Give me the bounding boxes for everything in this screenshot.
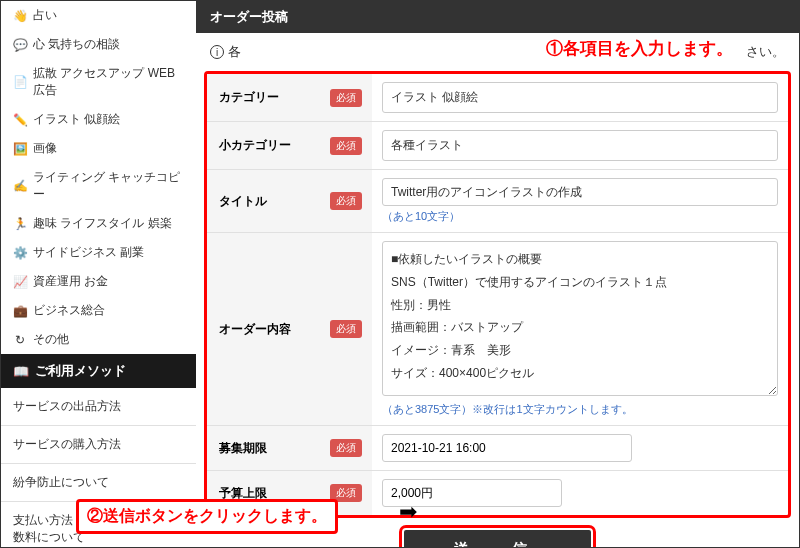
sidebar-cat-fortune[interactable]: 👋占い [1,1,196,30]
chart-icon: 📈 [13,275,27,289]
required-badge: 必須 [330,439,362,457]
annotation-step-2: ②送信ボタンをクリックします。 [76,499,338,534]
sidebar-cat-label: 画像 [33,140,57,157]
sidebar-cat-writing[interactable]: ✍️ライティング キャッチコピー [1,163,196,209]
deadline-label: 募集期限 必須 [207,426,372,471]
required-badge: 必須 [330,320,362,338]
label-text: カテゴリー [219,90,279,104]
label-text: 募集期限 [219,441,267,455]
content-textarea[interactable]: ■依頼したいイラストの概要 SNS（Twitter）で使用するアイコンのイラスト… [382,241,778,396]
sidebar-cat-label: 趣味 ライフスタイル 娯楽 [33,215,172,232]
info-text-tail: さい。 [746,43,785,61]
hobby-icon: 🏃 [13,217,27,231]
sidebar-cat-business[interactable]: 💼ビジネス総合 [1,296,196,325]
fortune-icon: 👋 [13,9,27,23]
annotation-step-1: ①各項目を入力します。 [546,37,733,60]
sidebar-cat-label: 占い [33,7,57,24]
method-header: 📖 ご利用メソッド [1,354,196,388]
pencil-icon: ✏️ [13,113,27,127]
category-list: 👋占い 💬心 気持ちの相談 📄拡散 アクセスアップ WEB広告 ✏️イラスト 似… [1,1,196,354]
sidebar-cat-label: ライティング キャッチコピー [33,169,184,203]
page-title: オーダー投稿 [196,1,799,33]
sidebar-cat-label: その他 [33,331,69,348]
sidebar-cat-label: ビジネス総合 [33,302,105,319]
required-badge: 必須 [330,192,362,210]
sidebar-cat-consult[interactable]: 💬心 気持ちの相談 [1,30,196,59]
sidebar-cat-hobby[interactable]: 🏃趣味 ライフスタイル 娯楽 [1,209,196,238]
arrow-icon: ➡ [399,499,417,525]
label-text: 予算上限 [219,486,267,500]
method-item-dispute[interactable]: 紛争防止について [1,464,196,502]
label-text: 小カテゴリー [219,138,291,152]
sidebar-cat-illust[interactable]: ✏️イラスト 似顔絵 [1,105,196,134]
sidebar-cat-label: 心 気持ちの相談 [33,36,120,53]
required-badge: 必須 [330,137,362,155]
title-input[interactable] [382,178,778,206]
sidebar: 👋占い 💬心 気持ちの相談 📄拡散 アクセスアップ WEB広告 ✏️イラスト 似… [1,1,196,547]
subcategory-select[interactable]: 各種イラスト [382,130,778,161]
sidebar-cat-spread[interactable]: 📄拡散 アクセスアップ WEB広告 [1,59,196,105]
subcategory-label: 小カテゴリー 必須 [207,122,372,170]
submit-button[interactable]: 送 信 [404,530,591,548]
deadline-input[interactable] [382,434,632,462]
method-header-label: ご利用メソッド [35,362,126,380]
label-text: タイトル [219,194,267,208]
briefcase-icon: 💼 [13,304,27,318]
method-item-listing[interactable]: サービスの出品方法 [1,388,196,426]
sidebar-cat-label: サイドビジネス 副業 [33,244,144,261]
main-panel: オーダー投稿 i 各 さい。 ①各項目を入力します。 カテゴリー 必須 イラスト… [196,1,799,547]
content-helper: （あと3875文字）※改行は1文字カウントします。 [382,402,778,417]
category-select[interactable]: イラスト 似顔絵 [382,82,778,113]
label-text: オーダー内容 [219,322,291,336]
title-helper: （あと10文字） [382,209,778,224]
method-item-purchase[interactable]: サービスの購入方法 [1,426,196,464]
sidebar-cat-label: 拡散 アクセスアップ WEB広告 [33,65,184,99]
writing-icon: ✍️ [13,179,27,193]
book-icon: 📖 [13,364,29,379]
title-label: タイトル 必須 [207,170,372,233]
other-icon: ↻ [13,333,27,347]
sidebar-cat-label: 資産運用 お金 [33,273,108,290]
content-label: オーダー内容 必須 [207,233,372,426]
sidebar-cat-image[interactable]: 🖼️画像 [1,134,196,163]
chat-icon: 💬 [13,38,27,52]
document-icon: 📄 [13,75,27,89]
sidebar-cat-other[interactable]: ↻その他 [1,325,196,354]
info-icon: i [210,45,224,59]
image-icon: 🖼️ [13,142,27,156]
sidebar-cat-side[interactable]: ⚙️サイドビジネス 副業 [1,238,196,267]
required-badge: 必須 [330,89,362,107]
sidebar-cat-asset[interactable]: 📈資産運用 お金 [1,267,196,296]
order-form: カテゴリー 必須 イラスト 似顔絵 小カテゴリー 必須 各種イラスト [204,71,791,518]
sidebar-cat-label: イラスト 似顔絵 [33,111,120,128]
gear-icon: ⚙️ [13,246,27,260]
info-text-prefix: 各 [228,43,241,61]
category-label: カテゴリー 必須 [207,74,372,122]
